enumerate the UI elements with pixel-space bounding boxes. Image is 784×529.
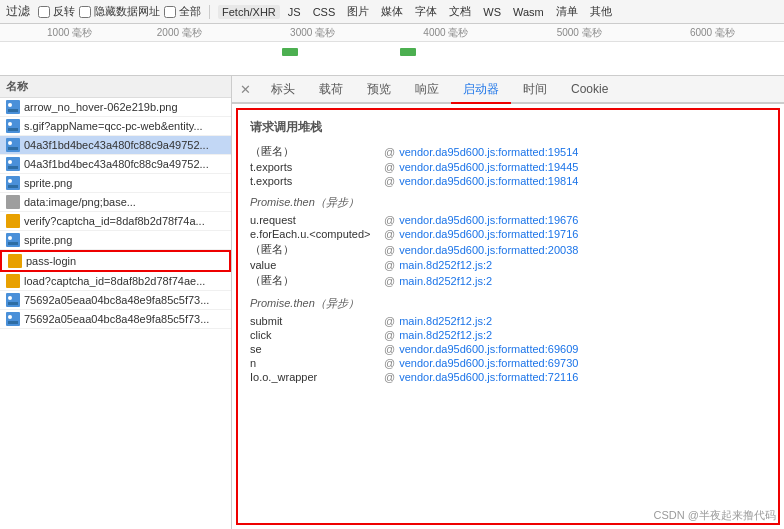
file-name-9: load?captcha_id=8daf8b2d78f74ae... bbox=[24, 275, 205, 287]
svg-point-11 bbox=[8, 160, 12, 164]
file-name-11: 75692a05eaa04bc8a48e9fa85c5f73... bbox=[24, 313, 209, 325]
stack-link-2-2[interactable]: vendor.da95d600.js:formatted:69609 bbox=[399, 343, 578, 355]
tab-close-btn[interactable]: ✕ bbox=[236, 82, 255, 97]
stack-name-0-0: （匿名） bbox=[250, 144, 380, 159]
stack-link-1-1[interactable]: vendor.da95d600.js:formatted:19716 bbox=[399, 228, 578, 240]
stack-row-2-1: click @ main.8d252f12.js:2 bbox=[250, 328, 766, 342]
media-btn[interactable]: 媒体 bbox=[377, 3, 407, 20]
stack-link-2-3[interactable]: vendor.da95d600.js:formatted:69730 bbox=[399, 357, 578, 369]
tab-initiator[interactable]: 启动器 bbox=[451, 77, 511, 104]
file-name-2: 04a3f1bd4bec43a480fc88c9a49752... bbox=[24, 139, 209, 151]
tab-preview[interactable]: 预览 bbox=[355, 77, 403, 104]
stack-link-1-3[interactable]: main.8d252f12.js:2 bbox=[399, 259, 492, 271]
file-item-7[interactable]: sprite.png bbox=[0, 231, 231, 250]
svg-rect-20 bbox=[8, 254, 22, 268]
font-btn[interactable]: 字体 bbox=[411, 3, 441, 20]
svg-rect-15 bbox=[6, 195, 20, 209]
stack-link-2-0[interactable]: main.8d252f12.js:2 bbox=[399, 315, 492, 327]
svg-rect-21 bbox=[6, 274, 20, 288]
ws-btn[interactable]: WS bbox=[479, 5, 505, 19]
stack-link-1-0[interactable]: vendor.da95d600.js:formatted:19676 bbox=[399, 214, 578, 226]
footer-watermark: CSDN @半夜起来撸代码 bbox=[654, 508, 776, 523]
svg-rect-7 bbox=[8, 147, 18, 150]
stack-link-2-4[interactable]: vendor.da95d600.js:formatted:72116 bbox=[399, 371, 578, 383]
reverse-checkbox-input[interactable] bbox=[38, 6, 50, 18]
marker-2000: 2000 毫秒 bbox=[157, 26, 202, 40]
stack-row-2-0: submit @ main.8d252f12.js:2 bbox=[250, 314, 766, 328]
stack-name-1-0: u.request bbox=[250, 214, 380, 226]
tab-cookies[interactable]: Cookie bbox=[559, 78, 620, 102]
stack-row-1-3: value @ main.8d252f12.js:2 bbox=[250, 258, 766, 272]
tab-response[interactable]: 响应 bbox=[403, 77, 451, 104]
tab-bar: ✕ 标头 载荷 预览 响应 启动器 时间 Cookie bbox=[232, 76, 784, 104]
tab-payload[interactable]: 载荷 bbox=[307, 77, 355, 104]
file-item-3[interactable]: 04a3f1bd4bec43a480fc88c9a49752... bbox=[0, 155, 231, 174]
stack-at-1-1: @ bbox=[384, 228, 395, 240]
file-item-5[interactable]: data:image/png;base... bbox=[0, 193, 231, 212]
section-header-3: Promise.then（异步） bbox=[250, 295, 766, 312]
stack-at-0-2: @ bbox=[384, 175, 395, 187]
stack-at-1-0: @ bbox=[384, 214, 395, 226]
file-item-11[interactable]: 75692a05eaa04bc8a48e9fa85c5f73... bbox=[0, 310, 231, 329]
call-stack-content: 请求调用堆栈 （匿名） @ vendor.da95d600.js:formatt… bbox=[236, 108, 780, 525]
stack-link-0-0[interactable]: vendor.da95d600.js:formatted:19514 bbox=[399, 146, 578, 158]
hide-url-checkbox-input[interactable] bbox=[79, 6, 91, 18]
api-icon-pass-login bbox=[8, 254, 22, 268]
wasm-btn[interactable]: Wasm bbox=[509, 5, 548, 19]
hide-url-checkbox[interactable]: 隐藏数据网址 bbox=[79, 4, 160, 19]
call-stack-title: 请求调用堆栈 bbox=[250, 118, 766, 137]
svg-point-5 bbox=[8, 122, 12, 126]
img-btn[interactable]: 图片 bbox=[343, 3, 373, 20]
doc-btn[interactable]: 文档 bbox=[445, 3, 475, 20]
call-stack-section-3: Promise.then（异步） submit @ main.8d252f12.… bbox=[250, 295, 766, 384]
file-item-4[interactable]: sprite.png bbox=[0, 174, 231, 193]
fetch-xhr-btn[interactable]: Fetch/XHR bbox=[218, 5, 280, 19]
timeline-ruler: 1000 毫秒 2000 毫秒 3000 毫秒 4000 毫秒 5000 毫秒 … bbox=[0, 24, 784, 42]
stack-row-2-4: Io.o._wrapper @ vendor.da95d600.js:forma… bbox=[250, 370, 766, 384]
file-item-10[interactable]: 75692a05eaa04bc8a48e9fa85c5f73... bbox=[0, 291, 231, 310]
js-btn[interactable]: JS bbox=[284, 5, 305, 19]
stack-link-1-4[interactable]: main.8d252f12.js:2 bbox=[399, 275, 492, 287]
all-label: 全部 bbox=[179, 4, 201, 19]
footer-text: CSDN @半夜起来撸代码 bbox=[654, 509, 776, 521]
svg-rect-1 bbox=[8, 109, 18, 112]
image-icon-10 bbox=[6, 293, 20, 307]
right-panel: ✕ 标头 载荷 预览 响应 启动器 时间 Cookie 请求调用堆栈 （匿名） … bbox=[232, 76, 784, 529]
file-item-9[interactable]: load?captcha_id=8daf8b2d78f74ae... bbox=[0, 272, 231, 291]
stack-link-0-1[interactable]: vendor.da95d600.js:formatted:19445 bbox=[399, 161, 578, 173]
stack-row-0-0: （匿名） @ vendor.da95d600.js:formatted:1951… bbox=[250, 143, 766, 160]
stack-link-2-1[interactable]: main.8d252f12.js:2 bbox=[399, 329, 492, 341]
stack-name-2-2: se bbox=[250, 343, 380, 355]
stack-at-2-0: @ bbox=[384, 315, 395, 327]
tab-timing[interactable]: 时间 bbox=[511, 77, 559, 104]
main-area: 名称 arrow_no_hover-062e219b.png s.gif?app… bbox=[0, 76, 784, 529]
tab-headers[interactable]: 标头 bbox=[259, 77, 307, 104]
stack-name-1-4: （匿名） bbox=[250, 273, 380, 288]
timeline-bars bbox=[0, 42, 784, 75]
file-item-pass-login[interactable]: pass-login bbox=[0, 250, 231, 272]
manifest-btn[interactable]: 清单 bbox=[552, 3, 582, 20]
timeline-bar-2 bbox=[400, 48, 416, 56]
stack-name-1-1: e.forEach.u.<computed> bbox=[250, 228, 380, 240]
stack-link-0-2[interactable]: vendor.da95d600.js:formatted:19814 bbox=[399, 175, 578, 187]
css-btn[interactable]: CSS bbox=[309, 5, 340, 19]
left-panel: 名称 arrow_no_hover-062e219b.png s.gif?app… bbox=[0, 76, 232, 529]
file-item-0[interactable]: arrow_no_hover-062e219b.png bbox=[0, 98, 231, 117]
file-item-6[interactable]: verify?captcha_id=8daf8b2d78f74a... bbox=[0, 212, 231, 231]
all-checkbox-input[interactable] bbox=[164, 6, 176, 18]
svg-point-14 bbox=[8, 179, 12, 183]
file-item-1[interactable]: s.gif?appName=qcc-pc-web&entity... bbox=[0, 117, 231, 136]
file-item-2[interactable]: 04a3f1bd4bec43a480fc88c9a49752... bbox=[0, 136, 231, 155]
filter-label: 过滤 bbox=[6, 3, 30, 20]
section-header-2: Promise.then（异步） bbox=[250, 194, 766, 211]
stack-name-0-2: t.exports bbox=[250, 175, 380, 187]
all-checkbox[interactable]: 全部 bbox=[164, 4, 201, 19]
other-btn[interactable]: 其他 bbox=[586, 3, 616, 20]
stack-at-2-4: @ bbox=[384, 371, 395, 383]
svg-rect-18 bbox=[8, 242, 18, 245]
api-icon-9 bbox=[6, 274, 20, 288]
file-name-6: verify?captcha_id=8daf8b2d78f74a... bbox=[24, 215, 205, 227]
stack-row-0-1: t.exports @ vendor.da95d600.js:formatted… bbox=[250, 160, 766, 174]
reverse-checkbox[interactable]: 反转 bbox=[38, 4, 75, 19]
stack-link-1-2[interactable]: vendor.da95d600.js:formatted:20038 bbox=[399, 244, 578, 256]
